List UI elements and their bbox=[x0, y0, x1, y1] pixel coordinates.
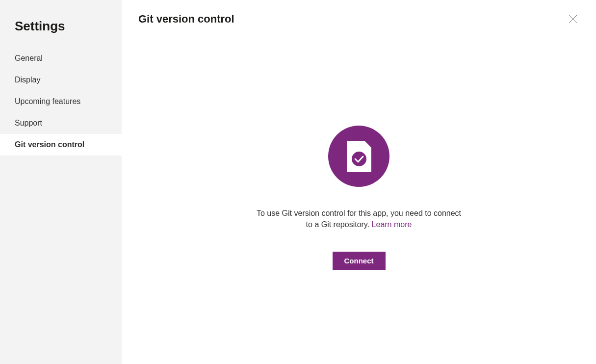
page-title: Git version control bbox=[138, 13, 234, 26]
description-body: To use Git version control for this app,… bbox=[257, 209, 461, 229]
main-panel: Git version control To use Git version c… bbox=[122, 0, 596, 364]
description-text: To use Git version control for this app,… bbox=[256, 208, 462, 230]
svg-point-2 bbox=[352, 152, 366, 166]
sidebar-title: Settings bbox=[0, 19, 122, 48]
document-check-icon bbox=[346, 140, 372, 173]
connect-button[interactable]: Connect bbox=[333, 252, 386, 270]
main-header: Git version control bbox=[138, 13, 579, 27]
sidebar-item-display[interactable]: Display bbox=[0, 69, 122, 91]
sidebar-item-support[interactable]: Support bbox=[0, 112, 122, 134]
sidebar-item-general[interactable]: General bbox=[0, 48, 122, 69]
sidebar-item-git-version-control[interactable]: Git version control bbox=[0, 134, 122, 156]
close-button[interactable] bbox=[567, 13, 579, 27]
settings-sidebar: Settings General Display Upcoming featur… bbox=[0, 0, 122, 364]
hero-circle bbox=[328, 126, 389, 187]
sidebar-item-upcoming-features[interactable]: Upcoming features bbox=[0, 91, 122, 112]
close-icon bbox=[569, 15, 577, 24]
learn-more-link[interactable]: Learn more bbox=[372, 220, 412, 229]
empty-state: To use Git version control for this app,… bbox=[138, 126, 579, 270]
